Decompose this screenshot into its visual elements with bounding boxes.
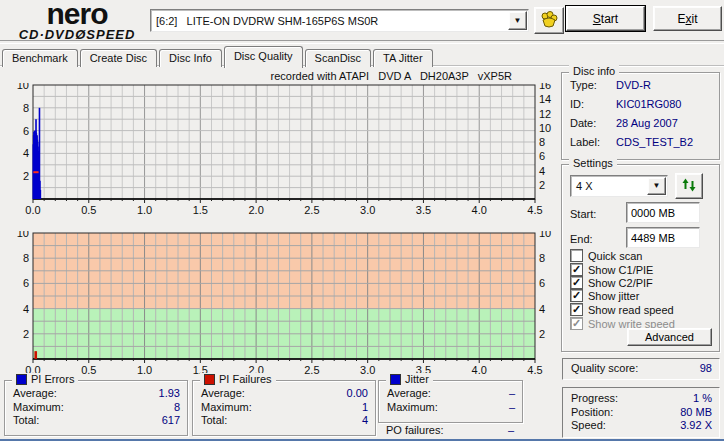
exit-label-pre: E [677,12,685,26]
svg-text:2: 2 [23,170,29,182]
advanced-button[interactable]: Advanced [627,328,712,346]
stat-value: 1.93 [159,387,180,401]
svg-text:4: 4 [23,303,29,315]
checkbox-box[interactable] [570,303,583,316]
pi-errors-chart: 2468102468101214160.00.51.01.52.02.53.03… [0,83,556,219]
svg-text:10: 10 [17,83,29,91]
disc-info-title-text: Disc info [573,65,615,77]
checkbox-box[interactable] [570,276,583,289]
start-mb-field[interactable] [626,202,700,223]
svg-text:10: 10 [17,231,29,239]
svg-text:2: 2 [23,328,29,340]
info-label: Label: [570,133,616,152]
start-label-accel: S [593,12,601,26]
checkbox-show-jitter[interactable]: Show jitter [570,289,639,302]
info-value: DVD-R [616,76,651,95]
checkbox-show-c1-pie[interactable]: Show C1/PIE [570,263,653,276]
pi-failures-groupbox: PI Failures Average: 0.00 Maximum: 1 Tot… [192,380,376,436]
svg-text:0.0: 0.0 [25,204,40,216]
pi-failures-legend: PI Failures [200,373,276,385]
exit-label-post: it [692,12,698,26]
progress-row: Position: 80 MB [563,406,719,420]
nero-logo-text: nero [6,1,148,27]
disc-info-groupbox: Disc info Type: DVD-R ID: KIC01RG080 Dat… [561,72,720,160]
svg-text:6: 6 [539,277,545,289]
start-button[interactable]: Start [566,6,645,31]
svg-text:8: 8 [23,252,29,264]
scan-speed-select[interactable]: 4 X ▼ [570,175,668,197]
svg-text:4.0: 4.0 [472,364,487,376]
start-mb-label: Start: [570,205,596,224]
pi-errors-legend: PI Errors [12,373,78,385]
jitter-legend: Jitter [386,373,433,385]
stat-label: Average: [13,387,57,401]
svg-text:6: 6 [23,277,29,289]
disc-info-row: Date: 28 Aug 2007 [562,114,719,133]
po-failures-label: PO failures: [386,424,443,438]
stat-value: 8 [174,401,180,415]
pi-failures-title: PI Failures [219,373,272,385]
pi-errors-legend-swatch [16,374,27,385]
stat-value: 1 [362,401,368,415]
drive-select-dropdown-button[interactable]: ▼ [508,11,527,30]
exit-button[interactable]: Exit [653,6,722,31]
svg-text:2.0: 2.0 [248,204,263,216]
end-mb-field[interactable] [626,227,700,248]
tab-scandisc[interactable]: ScanDisc [305,49,371,67]
stat-value: – [509,387,515,401]
checkbox-show-read-speed[interactable]: Show read speed [570,303,674,316]
scan-speed-dropdown-button[interactable]: ▼ [647,177,666,195]
stat-label: Total: [201,414,227,428]
pi-errors-title: PI Errors [31,373,74,385]
svg-text:8: 8 [539,136,545,148]
checkbox-box[interactable] [570,263,583,276]
svg-text:10: 10 [539,122,551,134]
svg-text:2: 2 [539,328,545,340]
drive-select[interactable]: [6:2] LITE-ON DVDRW SHM-165P6S MS0R ▼ [150,9,529,32]
stat-row: Average: – [379,387,522,401]
tab-create-disc[interactable]: Create Disc [80,49,157,67]
settings-title-text: Settings [573,157,613,169]
jitter-title: Jitter [405,373,429,385]
info-value: KIC01RG080 [616,95,681,114]
disc-options-button[interactable] [534,7,564,34]
nero-logo: nero CD·DVDØSPEED [6,1,148,42]
jitter-groupbox: Jitter Average: – Maximum: – [378,380,523,423]
svg-text:6: 6 [539,150,545,162]
stat-row: Average: 1.93 [5,387,187,401]
stat-row: Maximum: 8 [5,401,187,415]
tab-disc-quality[interactable]: Disc Quality [224,46,303,68]
svg-text:2.5: 2.5 [304,364,319,376]
svg-text:4: 4 [539,303,545,315]
chevron-down-icon: ▼ [514,12,522,29]
svg-text:14: 14 [539,93,551,105]
svg-text:0.5: 0.5 [81,204,96,216]
nero-cd-dvd-speed-window: nero CD·DVDØSPEED [6:2] LITE-ON DVDRW SH… [0,0,724,441]
refresh-button[interactable] [675,173,703,199]
tab-benchmark[interactable]: Benchmark [2,49,78,67]
checkbox-label: Quick scan [588,250,642,262]
scan-speed-value: 4 X [571,180,647,192]
stat-value: 617 [162,414,180,428]
checkbox-box[interactable] [570,289,583,302]
svg-text:4.5: 4.5 [527,204,542,216]
stat-label: Average: [201,387,245,401]
checkbox-show-c2-pif[interactable]: Show C2/PIF [570,276,653,289]
quality-score-label: Quality score: [571,359,638,378]
svg-text:2.5: 2.5 [304,204,319,216]
svg-text:12: 12 [539,108,551,120]
svg-text:8: 8 [539,252,545,264]
checkbox-label: Show read speed [588,304,674,316]
checkbox-quick-scan[interactable]: Quick scan [570,249,642,262]
svg-text:4: 4 [539,165,545,177]
info-value: 28 Aug 2007 [616,114,678,133]
stat-row: Maximum: 1 [193,401,375,415]
quality-score-value: 98 [700,359,712,378]
checkbox-box[interactable] [570,249,583,262]
tab-disc-info[interactable]: Disc Info [159,49,222,67]
position-value: 80 MB [680,406,712,420]
tab-ta-jitter[interactable]: TA Jitter [373,49,433,67]
svg-text:1.5: 1.5 [193,204,208,216]
pi-errors-groupbox: PI Errors Average: 1.93 Maximum: 8 Total… [4,380,188,436]
checkbox-label: Show C2/PIF [588,277,653,289]
